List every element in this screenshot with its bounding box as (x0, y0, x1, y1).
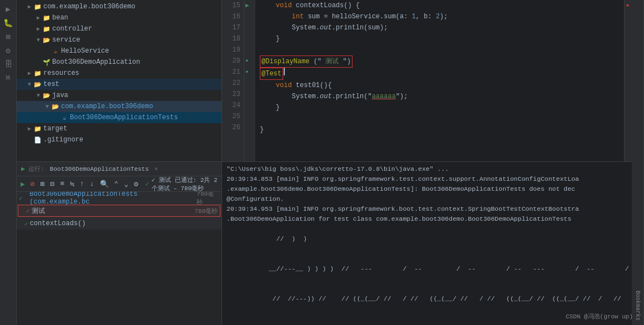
gutter-arrow-15: ▶ (245, 0, 249, 11)
folder-open-icon: 📂 (42, 37, 51, 44)
code-text: (" (314, 58, 321, 65)
code-text: "); (396, 91, 408, 102)
tree-label-boot-app: Boot306DemoApplication (52, 58, 140, 66)
code-line-19 (260, 44, 620, 55)
file-tree: ▶ 📁 com.example.boot306demo ▶ 📁 bean ▶ 📁… (17, 0, 222, 161)
run-label: 运行: (28, 165, 44, 173)
tree-item-helloservice[interactable]: ☕ HelloService (17, 45, 222, 57)
toolbar-collapse-btn[interactable]: ⌃ (113, 179, 120, 189)
run-toolbar: ▶ ⊘ ⊞ ⊟ ≡ ≒ ↑ ↓ 🔍 ⌃ ⌄ ⚙ ✓ ✓ 测试 已通过: 2共 2… (17, 176, 222, 192)
toolbar-stop-btn[interactable]: ⊘ (29, 179, 37, 189)
tree-label-resources: resources (43, 69, 79, 77)
toolbar-rerun-btn[interactable]: ⊞ (39, 179, 47, 189)
code-text: System. (260, 91, 320, 102)
main-area: 15 16 17 18 19 20 21 22 23 24 25 26 ▶ ● … (222, 0, 632, 325)
annotation-box-21: @Test (260, 68, 283, 80)
line-num-25: 25 (233, 111, 240, 122)
line-num-20: 20 (233, 55, 240, 67)
code-text: System. (260, 22, 320, 33)
tree-item-service[interactable]: ▼ 📂 service (17, 34, 222, 45)
code-line-17: System. out .println(sum); (260, 22, 620, 33)
java-icon: ☕ (51, 48, 60, 55)
console-area: "C:\Users\big boss\.jdks\corretto-17.0.8… (222, 161, 632, 325)
tree-label-target: target (43, 125, 67, 133)
line-num-15: 15 (233, 0, 240, 11)
tree-arrow-4: ▼ (34, 37, 42, 43)
database-icon[interactable]: 🗄 (4, 60, 12, 69)
run-tab[interactable]: Boot306DemoApplicationTests (50, 166, 149, 172)
code-text (260, 113, 264, 124)
test-status: ✓ ✓ 测试 已通过: 2共 2 个测试 – 780毫秒 (145, 176, 219, 192)
cursor (284, 68, 285, 75)
console-line-8: __//---__ ) ) ) ) // --- / -- / -- / -- … (227, 254, 627, 284)
tree-item-java[interactable]: ▼ 📂 java (17, 90, 222, 101)
toolbar-down-btn[interactable]: ↓ (88, 179, 96, 189)
code-text (260, 0, 276, 11)
test-time-2: 780毫秒 (194, 207, 218, 215)
code-line-16: int sum = helloService.sum( a: 1 , b: 2 … (260, 11, 620, 22)
folder-icon-2: 📁 (42, 14, 51, 22)
tree-label-test-class: Boot306DemoApplicationTests (70, 114, 178, 121)
code-text: 2 (436, 11, 440, 22)
code-line-26: } (260, 124, 620, 135)
spring-icon: 🌱 (42, 59, 51, 66)
tree-label-gitignore: .gitignore (43, 136, 83, 144)
debug-icon[interactable]: 🐛 (3, 18, 13, 28)
run-tab-close[interactable]: × (154, 166, 158, 172)
tree-arrow: ▶ (26, 3, 33, 10)
git-icon: 📄 (33, 136, 42, 144)
run-icon[interactable]: ▶ (6, 4, 10, 14)
toolbar-settings-btn[interactable]: ⚙ (132, 179, 140, 189)
toolbar-run-btn[interactable]: ▶ (19, 179, 27, 189)
tree-item-1[interactable]: ▶ 📁 com.example.boot306demo (17, 1, 222, 12)
console-line-6: .Boot306DemoApplication for test class c… (227, 214, 627, 224)
status-check-icon: ✓ (145, 180, 149, 187)
line-num-23: 23 (233, 89, 240, 100)
tree-item-controller[interactable]: ▶ 📁 controller (17, 23, 222, 34)
tree-item-bean[interactable]: ▶ 📁 bean (17, 12, 222, 23)
test-item-method-highlighted[interactable]: ✓ 测试 780毫秒 (18, 205, 220, 217)
settings-icon[interactable]: ⚙ (6, 46, 10, 55)
folder-open-icon-4: 📂 (51, 103, 60, 110)
tree-arrow-8: ▼ (26, 82, 33, 88)
code-editor: 15 16 17 18 19 20 21 22 23 24 25 26 ▶ ● … (222, 0, 632, 161)
tree-arrow-3: ▶ (34, 26, 42, 32)
test-item-class[interactable]: ✓ Boot306DemoApplicationTests (com.examp… (17, 192, 222, 204)
tree-item-gitignore[interactable]: 📄 .gitignore (17, 134, 222, 145)
folder-icon-7: 📁 (33, 70, 42, 77)
gutter-dot-20: ● (245, 55, 248, 67)
toolbar-expand-btn[interactable]: ⌄ (122, 179, 130, 189)
code-text: 测试 (325, 58, 339, 65)
code-line-25 (260, 113, 620, 124)
test-check-icon-1: ✓ (19, 195, 23, 202)
test-class-name: Boot306DemoApplicationTests (com.example… (29, 192, 197, 206)
console-line-1: "C:\Users\big boss\.jdks\corretto-17.0.8… (227, 164, 627, 174)
gutter-dot-21: ● (245, 67, 248, 78)
toolbar-up-btn[interactable]: ↑ (78, 179, 86, 189)
tree-item-package[interactable]: ▼ 📂 com.example.boot306demo (17, 101, 222, 112)
toolbar-filter-btn[interactable]: ≡ (58, 179, 66, 189)
tree-item-boot-app[interactable]: 🌱 Boot306DemoApplication (17, 57, 222, 68)
code-line-22: void test01(){ (260, 80, 620, 91)
toolbar-search-btn[interactable]: 🔍 (98, 179, 110, 189)
tree-item-test-class[interactable]: ☕ Boot306DemoApplicationTests (17, 112, 222, 123)
toolbar-debug-btn[interactable]: ⊟ (48, 179, 56, 189)
code-text: .println(" (332, 91, 372, 102)
toolbar-sort-btn[interactable]: ≒ (68, 179, 76, 189)
annotation-test: @Test (261, 70, 281, 78)
code-line-24: } (260, 102, 620, 113)
structure-icon[interactable]: ⊞ (6, 32, 10, 42)
code-text (260, 11, 292, 22)
bookmarks-label[interactable]: Bookmarks (635, 291, 641, 321)
console-line-10: // ((_____/ // //__ ((__/ // / ((___((__… (227, 314, 627, 325)
terminal-icon[interactable]: ⌘ (6, 73, 10, 83)
right-gutter-error: ▶ (627, 2, 630, 8)
code-content[interactable]: void contextLoads() { int sum = helloSer… (255, 0, 624, 161)
line-num-24: 24 (233, 100, 240, 111)
tree-item-resources[interactable]: ▶ 📁 resources (17, 68, 222, 79)
tree-item-target[interactable]: ▶ 📁 target (17, 123, 222, 134)
line-num-16: 16 (233, 11, 240, 22)
test-check-icon-2: ✓ (26, 207, 30, 215)
test-item-contextloads[interactable]: ✓ contextLoads() (17, 217, 222, 230)
tree-item-test[interactable]: ▼ 📂 test (17, 79, 222, 90)
